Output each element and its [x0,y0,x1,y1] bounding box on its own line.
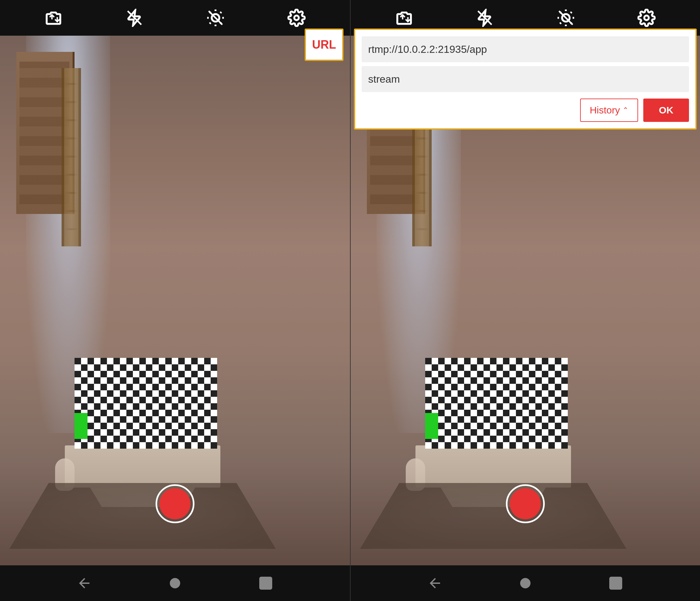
tv-stand-right [416,446,571,487]
svg-line-23 [571,12,572,13]
settings-icon-left[interactable] [285,6,308,29]
svg-point-12 [170,578,180,588]
rug-right [360,483,626,549]
svg-point-11 [294,16,299,20]
camera-flip-icon-right[interactable] [393,6,416,29]
tv-screen-left [75,358,217,449]
back-icon-right[interactable] [425,573,445,593]
ladder-left [61,68,81,246]
rug-left [9,483,275,549]
url-dialog: History ⌃ OK [354,28,697,130]
tv-screen-right [425,358,568,449]
svg-line-8 [210,23,211,24]
checkerboard-right [425,358,568,449]
right-bottom-nav [351,566,700,601]
back-icon-left[interactable] [75,573,94,593]
svg-line-24 [559,11,573,25]
square-icon-left[interactable] [256,573,275,593]
history-button[interactable]: History ⌃ [580,99,638,122]
square-icon-right[interactable] [606,573,625,593]
flash-off-icon-left[interactable] [123,6,146,29]
svg-rect-13 [260,577,272,589]
tv-left [75,358,217,449]
right-phone-panel: History ⌃ OK [350,0,700,601]
dialog-buttons: History ⌃ OK [362,99,689,122]
tv-stand-left [65,446,220,487]
stream-input[interactable] [362,66,689,92]
url-input[interactable] [362,36,689,62]
url-button-left[interactable]: URL [305,28,344,61]
svg-rect-27 [610,577,622,589]
checkerboard-left [75,358,217,449]
light-icon-left[interactable] [204,6,227,29]
ok-label: OK [659,105,673,115]
svg-line-9 [220,12,221,13]
home-icon-right[interactable] [516,573,535,593]
url-button-label: URL [312,38,336,51]
svg-point-25 [644,16,649,20]
ok-button[interactable]: OK [643,99,689,122]
green-rect-left [75,413,88,439]
svg-line-22 [560,23,561,24]
left-phone-panel: URL [0,0,350,601]
green-rect-right [425,413,438,439]
flash-off-icon-right[interactable] [473,6,496,29]
left-bottom-nav [0,566,350,601]
camera-view-left [0,35,350,566]
light-icon-right[interactable] [554,6,577,29]
record-button-right[interactable] [506,484,545,523]
record-button-inner-left [159,488,191,519]
record-button-inner-right [510,488,541,519]
history-label: History [590,105,620,116]
camera-flip-icon-left[interactable] [42,6,65,29]
tv-right [425,358,568,449]
svg-line-10 [209,11,222,25]
home-icon-left[interactable] [165,573,185,593]
chevron-up-icon: ⌃ [623,106,628,115]
settings-icon-right[interactable] [635,6,658,29]
svg-point-26 [520,578,530,588]
left-top-bar [0,0,350,35]
record-button-left[interactable] [155,484,195,523]
